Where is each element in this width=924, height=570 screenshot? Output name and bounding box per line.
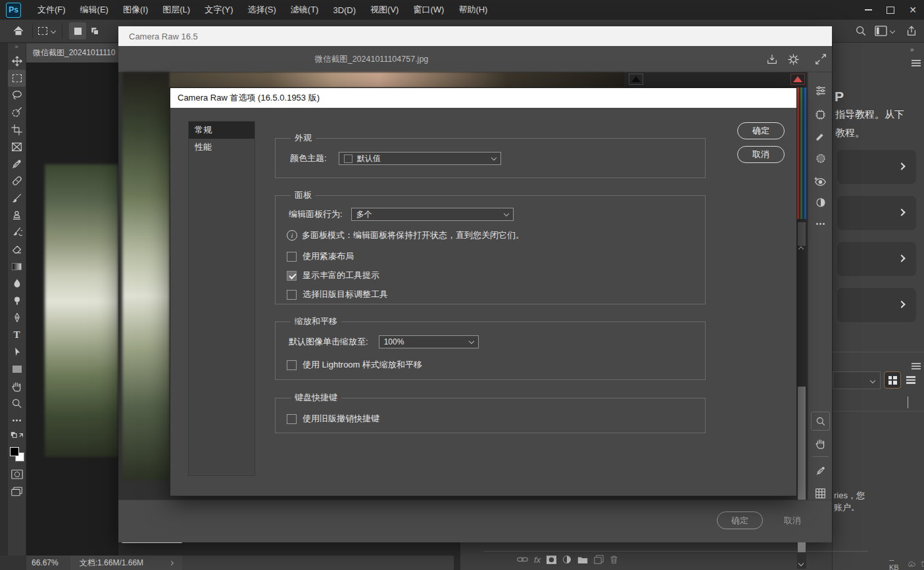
spot-healing-brush-tool[interactable]	[8, 172, 26, 189]
camera-raw-cancel-button[interactable]: 取消	[776, 511, 809, 529]
hand-tool-icon[interactable]	[808, 434, 833, 452]
hand-tool[interactable]	[8, 377, 26, 394]
fullscreen-toggle-icon[interactable]	[813, 51, 829, 67]
zoom-tool-icon[interactable]	[811, 412, 830, 431]
pen-tool[interactable]	[8, 309, 26, 326]
swap-colors-icon[interactable]	[8, 429, 26, 443]
menu-type[interactable]: 文字(Y)	[197, 0, 240, 20]
rectangular-marquee-tool[interactable]	[8, 70, 26, 87]
highlight-clipping-indicator[interactable]	[790, 74, 805, 85]
home-button[interactable]	[9, 22, 27, 39]
compact-layout-checkbox[interactable]	[287, 252, 297, 262]
chevron-right-icon[interactable]	[169, 560, 174, 565]
menu-help[interactable]: 帮助(H)	[451, 0, 495, 20]
menu-select[interactable]: 选择(S)	[240, 0, 283, 20]
menu-3d[interactable]: 3D(D)	[326, 0, 363, 20]
eyedropper-tool[interactable]	[8, 155, 26, 172]
delete-layer-trash-icon[interactable]	[610, 555, 618, 564]
crop-tool[interactable]	[8, 121, 26, 138]
dialog-ok-button[interactable]: 确定	[737, 122, 785, 139]
dialog-titlebar[interactable]: Camera Raw 首选项 (16.5.0.1953 版)	[170, 88, 796, 108]
color-theme-dropdown[interactable]: 默认值	[339, 152, 501, 165]
edit-panel-icon[interactable]	[808, 82, 833, 100]
move-tool[interactable]	[8, 53, 26, 70]
more-tools-ellipsis[interactable]	[808, 214, 833, 233]
tutorial-card[interactable]	[837, 288, 916, 322]
clone-stamp-tool[interactable]	[8, 206, 26, 224]
foreground-color-swatch[interactable]	[10, 447, 19, 456]
menu-edit[interactable]: 编辑(E)	[73, 0, 116, 20]
camera-raw-titlebar[interactable]: Camera Raw 16.5	[118, 26, 832, 46]
lasso-tool[interactable]	[8, 87, 26, 104]
menu-image[interactable]: 图像(I)	[116, 0, 155, 20]
camera-raw-ok-button[interactable]: 确定	[717, 511, 763, 529]
menu-layer[interactable]: 图层(L)	[155, 0, 197, 20]
scroll-up-icon[interactable]	[799, 242, 803, 254]
presets-icon[interactable]	[808, 193, 833, 212]
type-tool[interactable]: T	[8, 326, 26, 343]
zoom-percentage[interactable]: 66.67%	[32, 558, 59, 567]
delete-library-trash-icon[interactable]	[921, 559, 924, 568]
red-eye-tool-icon[interactable]	[808, 172, 833, 191]
menu-file[interactable]: 文件(F)	[30, 0, 73, 20]
new-group-folder-icon[interactable]	[577, 556, 588, 564]
tutorial-card[interactable]	[837, 242, 916, 276]
menu-window[interactable]: 窗口(W)	[406, 0, 451, 20]
menu-view[interactable]: 视图(V)	[363, 0, 406, 20]
grid-view-button[interactable]	[885, 372, 900, 388]
legacy-targeted-adjustment-checkbox[interactable]	[287, 290, 297, 300]
document-info-well[interactable]: 文档:1.66M/1.66M	[70, 556, 182, 570]
window-close-button[interactable]: ✕	[902, 1, 924, 19]
healing-tool-icon[interactable]	[808, 127, 833, 145]
adjustment-layer-icon[interactable]	[562, 555, 571, 564]
add-to-selection-mode-button[interactable]	[86, 22, 103, 39]
share-icon[interactable]	[902, 22, 920, 39]
rich-tooltips-checkbox[interactable]	[287, 271, 297, 281]
blur-tool[interactable]	[8, 275, 26, 292]
zoom-tool[interactable]	[8, 394, 26, 412]
selection-brush-tool[interactable]	[8, 104, 26, 121]
quick-mask-button[interactable]	[8, 465, 26, 483]
libraries-menu-icon[interactable]	[912, 363, 921, 369]
eraser-tool[interactable]	[8, 241, 26, 258]
tool-preset-picker[interactable]	[38, 27, 55, 35]
save-image-icon[interactable]	[764, 51, 780, 67]
window-maximize-button[interactable]	[879, 1, 902, 19]
foreground-background-swatches[interactable]	[8, 443, 26, 465]
frame-tool[interactable]	[8, 138, 26, 155]
search-icon[interactable]	[852, 22, 869, 39]
sort-dropdown-chevron[interactable]	[908, 396, 908, 408]
legacy-undo-checkbox[interactable]	[287, 414, 297, 424]
white-balance-eyedropper-icon[interactable]	[808, 462, 833, 480]
link-layers-icon[interactable]	[517, 555, 528, 564]
settings-gear-icon[interactable]	[785, 51, 801, 67]
workspace-switcher[interactable]	[875, 26, 894, 37]
edit-toolbar-ellipsis[interactable]	[8, 412, 26, 429]
lightroom-zoom-pan-checkbox[interactable]	[287, 360, 297, 370]
shadow-clipping-indicator[interactable]	[629, 74, 643, 85]
cloud-sync-icon[interactable]	[907, 559, 916, 568]
scroll-down-icon[interactable]	[799, 556, 803, 568]
list-view-button[interactable]	[903, 372, 919, 388]
crop-tool-icon[interactable]	[808, 105, 833, 124]
window-minimize-button[interactable]	[857, 1, 879, 19]
add-layer-mask-icon[interactable]	[547, 556, 556, 564]
dodge-tool[interactable]	[8, 292, 26, 309]
dialog-cancel-button[interactable]: 取消	[737, 146, 785, 163]
collapse-panels-icon[interactable]: »	[910, 46, 913, 53]
new-selection-mode-button[interactable]	[69, 22, 86, 39]
history-brush-tool[interactable]	[8, 224, 26, 241]
tab-general[interactable]: 常规	[189, 122, 255, 139]
brush-tool[interactable]	[8, 189, 26, 206]
tutorial-card[interactable]	[837, 196, 916, 230]
edit-panel-behavior-dropdown[interactable]: 多个	[351, 208, 514, 221]
masking-tool-icon[interactable]	[808, 149, 833, 168]
default-zoom-dropdown[interactable]: 100%	[379, 335, 479, 348]
libraries-dropdown[interactable]	[833, 371, 881, 389]
gradient-tool[interactable]	[8, 258, 26, 275]
tab-performance[interactable]: 性能	[189, 139, 255, 156]
screen-mode-button[interactable]	[8, 483, 26, 500]
new-layer-icon[interactable]	[594, 555, 604, 564]
rectangle-tool[interactable]	[8, 360, 26, 377]
document-tab[interactable]: 微信截图_20241011110	[26, 43, 118, 62]
